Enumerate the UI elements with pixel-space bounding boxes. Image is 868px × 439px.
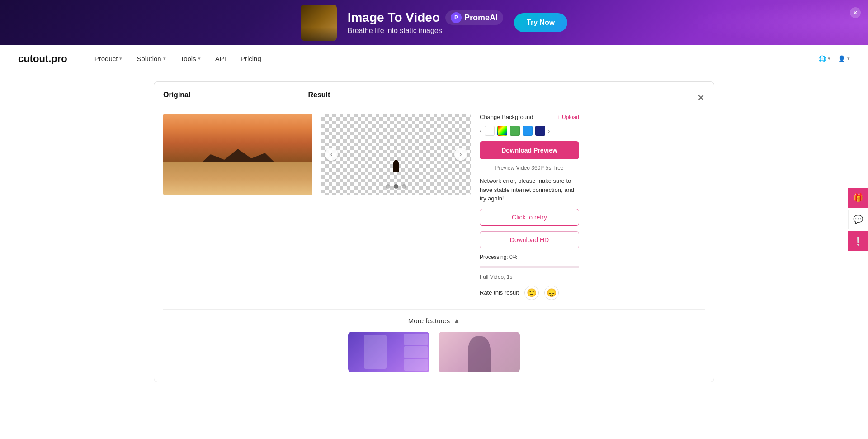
rate-label: Rate this result <box>480 289 519 296</box>
nav-pricing-label: Pricing <box>241 55 261 62</box>
promeai-icon: P <box>451 12 462 23</box>
navbar: cutout.pro Product ▾ Solution ▾ Tools ▾ … <box>0 45 868 72</box>
float-sidebar: 🎁 💬 ❕ <box>848 188 868 251</box>
color-swatch-blue[interactable] <box>523 126 533 136</box>
nav-tools-label: Tools <box>180 55 196 62</box>
mountain-decoration <box>193 143 283 171</box>
product-chevron-icon: ▾ <box>119 56 122 62</box>
color-swatch-green[interactable] <box>510 126 520 136</box>
click-retry-button[interactable]: Click to retry <box>480 209 579 226</box>
more-features-label: More features <box>408 317 450 324</box>
nav-api[interactable]: API <box>215 55 226 62</box>
sidebar-controls: Change Background + Upload ‹ › Download … <box>480 114 579 300</box>
feature-thumbnails <box>348 332 520 372</box>
nav-api-label: API <box>215 55 226 62</box>
nav-solution[interactable]: Solution ▾ <box>137 55 165 62</box>
main-content: Original Result ✕ <box>0 72 868 439</box>
thumb2-figure <box>468 336 491 372</box>
nav-right: 🌐 ▾ 👤 ▾ <box>818 55 850 62</box>
float-alert-button[interactable]: ❕ <box>848 231 868 251</box>
translate-icon: 🌐 <box>818 55 826 62</box>
nav-tools[interactable]: Tools ▾ <box>180 55 201 62</box>
processing-label: Processing: 0% <box>480 254 579 260</box>
promeai-badge: P PromeAI <box>445 10 503 25</box>
result-prev-button[interactable]: ‹ <box>325 148 338 161</box>
editor-panels: ‹ › Change Background + Upload ‹ › <box>163 114 705 300</box>
color-prev-arrow[interactable]: ‹ <box>480 127 482 134</box>
change-bg-label: Change Background <box>480 114 533 120</box>
original-image <box>163 114 312 195</box>
thumb-mini-3 <box>404 359 428 371</box>
banner-thumbnail <box>301 5 337 41</box>
feature-thumb-1[interactable] <box>348 332 429 372</box>
solution-chevron-icon: ▾ <box>163 56 166 62</box>
float-gift-button[interactable]: 🎁 <box>848 188 868 208</box>
user-button[interactable]: 👤 ▾ <box>838 55 850 62</box>
promo-banner: Image To Video P PromeAI Breathe life in… <box>0 0 868 45</box>
result-label: Result <box>308 91 330 99</box>
color-swatch-dark[interactable] <box>535 126 545 136</box>
nav-links: Product ▾ Solution ▾ Tools ▾ API Pricing <box>94 55 800 62</box>
nav-solution-label: Solution <box>137 55 161 62</box>
checker-background <box>321 114 471 195</box>
color-next-arrow[interactable]: › <box>548 127 550 134</box>
full-video-label: Full Video, 1s <box>480 274 579 280</box>
banner-subtitle: Breathe life into static images <box>348 27 503 35</box>
sad-emoji: 😞 <box>547 288 557 298</box>
upload-link[interactable]: + Upload <box>557 114 579 120</box>
banner-title: Image To Video P PromeAI <box>348 10 503 25</box>
result-dot-3 <box>402 184 406 189</box>
preview-info: Preview Video 360P 5s, free <box>480 165 579 171</box>
thumb-mini-1 <box>404 334 428 345</box>
thumb-mini-2 <box>404 346 428 358</box>
result-dots <box>386 184 406 189</box>
rate-row: Rate this result 🙂 😞 <box>480 286 579 300</box>
download-hd-button[interactable]: Download HD <box>480 231 579 248</box>
banner-text: Image To Video P PromeAI Breathe life in… <box>348 10 503 35</box>
banner-close-button[interactable]: ✕ <box>850 7 861 18</box>
nav-product[interactable]: Product ▾ <box>94 55 123 62</box>
result-image <box>321 114 471 195</box>
more-features-header[interactable]: More features ▲ <box>408 317 460 324</box>
original-label: Original <box>163 91 190 99</box>
banner-decoration <box>687 0 868 45</box>
editor-close-button[interactable]: ✕ <box>697 93 705 102</box>
progress-bar <box>480 266 579 268</box>
nav-product-label: Product <box>94 55 118 62</box>
result-panel: ‹ › <box>321 114 471 195</box>
color-swatch-white[interactable] <box>485 126 495 136</box>
water-decoration <box>163 171 312 187</box>
promeai-label: PromeAI <box>464 13 498 23</box>
download-preview-button[interactable]: Download Preview <box>480 141 579 159</box>
result-figure <box>393 160 399 172</box>
figure-decoration <box>231 170 236 179</box>
more-features-arrow-icon: ▲ <box>453 317 460 324</box>
lang-chevron-icon: ▾ <box>828 56 830 62</box>
try-now-button[interactable]: Try Now <box>514 13 567 32</box>
feature-thumb-2[interactable] <box>439 332 520 372</box>
happy-rating-button[interactable]: 🙂 <box>524 286 539 300</box>
user-chevron-icon: ▾ <box>847 56 850 62</box>
tools-chevron-icon: ▾ <box>198 56 201 62</box>
user-icon: 👤 <box>838 55 845 62</box>
result-dot-1 <box>386 184 390 189</box>
result-next-button[interactable]: › <box>454 148 467 161</box>
thumb1-right <box>402 332 429 372</box>
thumb1-left <box>348 332 402 372</box>
editor-container: Original Result ✕ <box>154 81 714 382</box>
color-swatch-multi[interactable] <box>497 126 507 136</box>
bg-color-row: ‹ › <box>480 126 579 136</box>
logo[interactable]: cutout.pro <box>18 53 67 65</box>
sad-rating-button[interactable]: 😞 <box>544 286 559 300</box>
language-button[interactable]: 🌐 ▾ <box>818 55 830 62</box>
change-bg-header: Change Background + Upload <box>480 114 579 120</box>
error-text: Network error, please make sure to have … <box>480 177 579 203</box>
nav-pricing[interactable]: Pricing <box>241 55 261 62</box>
happy-emoji: 🙂 <box>527 288 537 298</box>
more-features-section: More features ▲ <box>163 309 705 372</box>
banner-content: Image To Video P PromeAI Breathe life in… <box>301 5 568 41</box>
editor-header: Original Result ✕ <box>163 91 705 105</box>
result-dot-2 <box>394 184 398 189</box>
banner-title-text: Image To Video <box>348 10 440 25</box>
float-chat-button[interactable]: 💬 <box>848 210 868 229</box>
